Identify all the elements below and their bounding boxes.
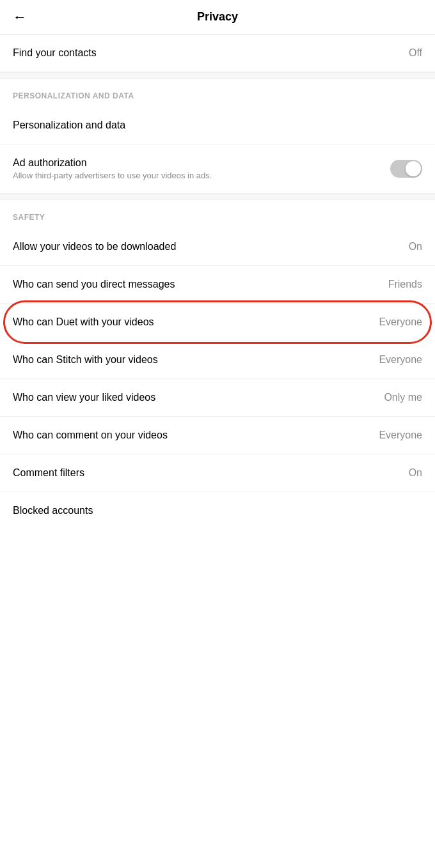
back-button[interactable]: ← xyxy=(13,9,27,26)
find-contacts-label: Find your contacts xyxy=(13,47,402,59)
safety-section-header: SAFETY xyxy=(0,200,435,228)
contacts-section: Find your contacts Off xyxy=(0,35,435,72)
blocked-accounts-label: Blocked accounts xyxy=(13,505,422,516)
allow-downloads-row[interactable]: Allow your videos to be downloaded On xyxy=(0,228,435,266)
comment-filters-row[interactable]: Comment filters On xyxy=(0,454,435,492)
stitch-label: Who can Stitch with your videos xyxy=(13,354,372,366)
comment-filters-value: On xyxy=(409,467,422,479)
direct-messages-label: Who can send you direct messages xyxy=(13,279,382,290)
direct-messages-row[interactable]: Who can send you direct messages Friends xyxy=(0,266,435,304)
find-contacts-row[interactable]: Find your contacts Off xyxy=(0,35,435,72)
direct-messages-value: Friends xyxy=(388,279,422,290)
back-icon: ← xyxy=(13,9,27,26)
ad-authorization-row[interactable]: Ad authorization Allow third-party adver… xyxy=(0,144,435,194)
duet-row[interactable]: Who can Duet with your videos Everyone xyxy=(0,304,435,341)
header: ← Privacy xyxy=(0,0,435,35)
liked-videos-value: Only me xyxy=(384,392,422,403)
safety-section: SAFETY Allow your videos to be downloade… xyxy=(0,200,435,529)
stitch-row[interactable]: Who can Stitch with your videos Everyone xyxy=(0,341,435,379)
comment-filters-label: Comment filters xyxy=(13,467,402,479)
stitch-value: Everyone xyxy=(379,354,422,366)
personalization-data-row[interactable]: Personalization and data xyxy=(0,107,435,144)
duet-value: Everyone xyxy=(379,316,422,328)
comment-label: Who can comment on your videos xyxy=(13,430,372,441)
personalization-data-label: Personalization and data xyxy=(13,120,422,131)
ad-authorization-content: Ad authorization Allow third-party adver… xyxy=(13,157,390,180)
liked-videos-row[interactable]: Who can view your liked videos Only me xyxy=(0,379,435,417)
ad-authorization-subtitle: Allow third-party advertisers to use you… xyxy=(13,171,390,180)
comment-row[interactable]: Who can comment on your videos Everyone xyxy=(0,417,435,454)
find-contacts-value: Off xyxy=(409,47,422,59)
personalization-section: PERSONALIZATION AND DATA Personalization… xyxy=(0,79,435,194)
personalization-section-header: PERSONALIZATION AND DATA xyxy=(0,79,435,107)
ad-authorization-label: Ad authorization xyxy=(13,157,390,169)
blocked-accounts-row[interactable]: Blocked accounts xyxy=(0,492,435,529)
comment-value: Everyone xyxy=(379,430,422,441)
toggle-knob xyxy=(406,161,421,176)
page-title: Privacy xyxy=(197,10,238,24)
liked-videos-label: Who can view your liked videos xyxy=(13,392,377,403)
section-divider-2 xyxy=(0,194,435,200)
section-divider-1 xyxy=(0,72,435,79)
ad-authorization-toggle[interactable] xyxy=(390,160,422,178)
duet-label: Who can Duet with your videos xyxy=(13,316,372,328)
allow-downloads-label: Allow your videos to be downloaded xyxy=(13,241,402,252)
allow-downloads-value: On xyxy=(409,241,422,252)
